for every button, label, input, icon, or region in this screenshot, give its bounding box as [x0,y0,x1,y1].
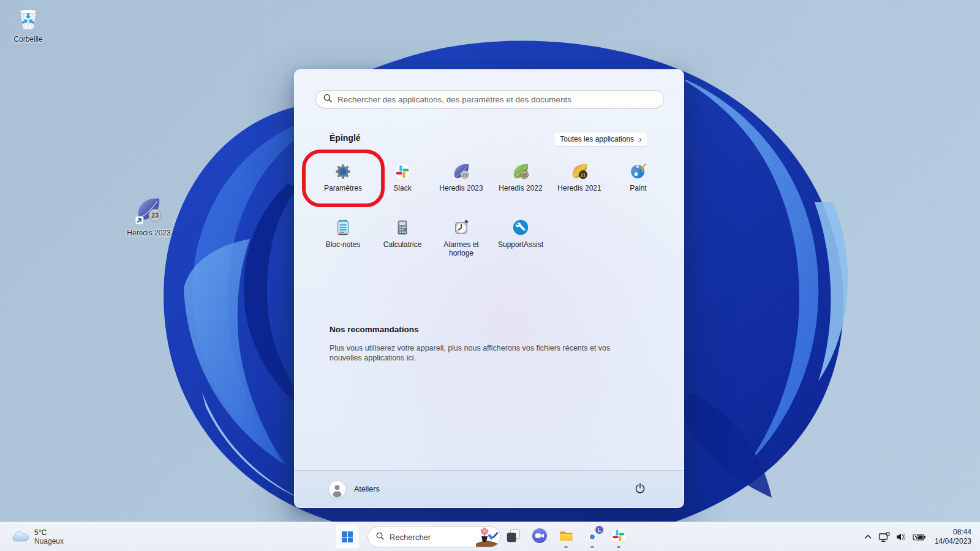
heredis-2022-icon: 22 [511,163,530,180]
battery-button[interactable] [910,525,929,549]
user-name-label: Ateliers [354,485,380,493]
start-menu-footer: Ateliers [295,470,684,507]
start-pinned-app-slack[interactable]: Slack [373,150,432,207]
chat-button[interactable] [527,525,552,549]
weather-widget[interactable]: 5°C Nuageux [7,525,67,549]
weather-temperature: 5°C [34,528,64,537]
desktop-icon-label: Heredis 2023 [127,229,170,237]
volume-icon [895,532,907,542]
calculator-icon [393,219,412,237]
pinned-section-header: Épinglé [330,133,361,143]
weather-condition: Nuageux [34,537,64,545]
file-explorer-button[interactable] [554,525,578,549]
slack-taskbar-icon [611,528,627,546]
search-highlight-image [472,526,500,547]
paint-icon [629,163,647,180]
heredis-2021-icon: 21 [570,163,589,180]
network-button[interactable] [876,525,893,549]
tray-chevron-button[interactable] [860,525,876,549]
taskbar-search-box[interactable]: Rechercher [368,526,501,547]
start-pinned-app-heredis-2022[interactable]: 22 Heredis 2022 [491,150,550,207]
user-profile-button[interactable]: Ateliers [329,481,380,498]
running-indicator [564,546,568,548]
windows-logo-icon [342,531,353,542]
start-pinned-app-supportassist[interactable]: SupportAssist [491,208,550,266]
svg-text:21: 21 [581,172,586,178]
battery-charging-icon [913,533,926,542]
recommended-empty-text: Plus vous utiliserez votre appareil, plu… [330,343,639,363]
heredis-2023-icon: 23 [452,163,470,180]
desktop-icon-recycle-bin[interactable]: Corbeille [6,4,50,44]
clock-date: 14/04/2023 [935,537,971,546]
taskbar-clock[interactable]: 08:44 14/04/2023 [935,528,971,546]
user-avatar [329,481,345,498]
start-menu: Épinglé Toutes les applications › [294,69,684,508]
start-button[interactable] [335,525,360,549]
svg-text:22: 22 [522,172,527,178]
chrome-profile-badge: L [595,525,604,534]
task-view-button[interactable] [501,525,526,549]
system-tray: 08:44 14/04/2023 [860,522,980,551]
clock-time: 08:44 [935,528,971,537]
taskbar: 5°C Nuageux Rechercher [0,522,980,551]
desktop-icon-heredis-2023[interactable]: 23 Heredis 2023 [125,195,173,237]
desktop-icon-label: Corbeille [13,36,42,44]
start-pinned-app-parametres[interactable]: Paramètres [314,150,372,207]
chevron-up-icon [864,533,872,541]
chat-video-icon [532,528,548,546]
slack-button[interactable] [606,525,631,549]
recommended-section-header: Nos recommandations [330,325,419,334]
start-pinned-app-alarmes-horloge[interactable]: Alarmes et horloge [432,208,491,266]
start-pinned-app-paint[interactable]: Paint [609,150,668,207]
power-button[interactable] [631,480,649,498]
search-icon [323,94,332,105]
start-search-bar[interactable] [315,90,664,108]
taskbar-search-label: Rechercher [390,533,467,542]
all-apps-button[interactable]: Toutes les applications › [554,132,648,146]
search-icon [376,531,384,542]
start-pinned-app-heredis-2023[interactable]: 23 Heredis 2023 [432,150,491,207]
notepad-icon [334,219,352,237]
svg-text:23: 23 [462,172,467,178]
slack-icon [394,163,411,180]
weather-cloud-icon [11,530,29,545]
power-icon [635,482,646,496]
volume-button[interactable] [893,525,910,549]
supportassist-icon [511,219,530,237]
settings-gear-icon [334,163,352,180]
task-view-icon [505,528,521,546]
clock-icon [452,219,470,237]
network-icon [878,532,891,542]
heredis-shortcut-icon: 23 [135,195,163,228]
svg-text:23: 23 [151,211,159,219]
chrome-button[interactable]: L [580,525,605,549]
chevron-right-icon: › [639,135,642,143]
start-search-input[interactable] [337,95,656,104]
desktop: Corbeille 23 Heredis 2023 Épinglé Toutes [0,0,980,551]
running-indicator [590,546,594,548]
start-pinned-app-bloc-notes[interactable]: Bloc-notes [314,208,372,266]
recycle-bin-icon [15,4,41,34]
file-explorer-icon [558,528,575,547]
running-indicator [617,546,620,548]
chrome-icon: L [584,529,600,545]
start-pinned-app-heredis-2021[interactable]: 21 Heredis 2021 [550,150,609,207]
start-pinned-app-calculatrice[interactable]: Calculatrice [373,208,432,266]
